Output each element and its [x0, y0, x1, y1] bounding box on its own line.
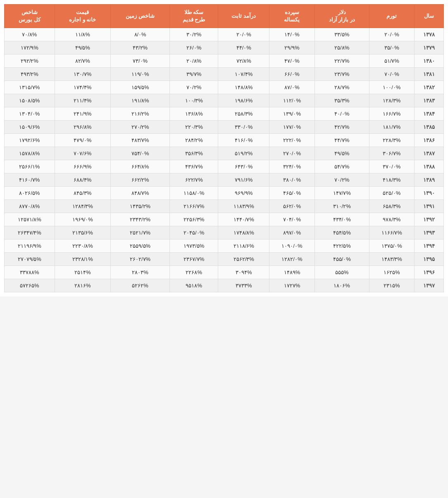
cell-r9-c7: ۷۰۷/۶% [55, 147, 110, 160]
cell-r2-c5: ۲۰/۸% [170, 55, 218, 68]
cell-r0-c0: ۱۳۷۸ [415, 28, 444, 41]
table-header-row: سال تورم دلاردر بازار آزاد سپردهیکساله د… [5, 5, 444, 28]
cell-r16-c2: ۴۲۲/۵% [315, 240, 369, 253]
cell-r2-c8: ۲۹۲/۲% [5, 55, 55, 68]
cell-r7-c5: ۲۲۰/۳% [170, 121, 218, 134]
cell-r10-c3: ۳۲۴/۰% [269, 160, 315, 173]
cell-r15-c8: ۲۶۳۴۷/۴% [5, 226, 55, 240]
cell-r10-c1: ۳۷۰/۰% [369, 160, 414, 173]
cell-r11-c8: ۴۱۶۰/۷% [5, 173, 55, 187]
cell-r14-c5: ۲۲۵۶/۳% [170, 213, 218, 226]
cell-r8-c0: ۱۳۸۶ [415, 134, 444, 147]
cell-r16-c5: ۱۹۷۳/۵% [170, 240, 218, 253]
cell-r7-c4: ۳۳۰/۰% [218, 121, 269, 134]
cell-r17-c6: ۲۶۰۲/۷% [111, 253, 170, 266]
cell-r17-c0: ۱۳۹۵ [415, 253, 444, 266]
cell-r12-c0: ۱۳۹۰ [415, 187, 444, 200]
cell-r15-c5: ۲۰۴۵/۰% [170, 226, 218, 240]
table-row: ۱۳۹۵۱۴۸۳/۳%۴۵۵/۰%۱۲۸۲/۰%۲۵۶۲/۳%۲۳۶۷/۷%۲۶… [5, 253, 444, 266]
cell-r8-c6: ۴۸۳/۷% [111, 134, 170, 147]
cell-r17-c4: ۲۵۶۲/۳% [218, 253, 269, 266]
cell-r19-c5: ۹۵۱۸% [170, 279, 218, 292]
cell-r7-c2: ۴۲/۷% [315, 121, 369, 134]
cell-r8-c8: ۱۷۹۲/۶% [5, 134, 55, 147]
table-row: ۱۳۸۶۲۲۸/۳%۴۴/۷%۲۲۲/۰%۴۱۶/۰%۲۸۴/۲%۴۸۳/۷%۴… [5, 134, 444, 147]
cell-r8-c2: ۴۴/۷% [315, 134, 369, 147]
table-row: ۱۳۸۰۵۱/۷%۲۲/۷%۴۷/۰%۷۲/۸%۲۰/۸%۷۳/۰%۸۲/۷%۲… [5, 55, 444, 68]
cell-r9-c4: ۵۱۹/۲% [218, 147, 269, 160]
cell-r9-c2: ۴۹/۵% [315, 147, 369, 160]
cell-r12-c4: ۹۶۹/۹% [218, 187, 269, 200]
cell-r13-c1: ۶۵۸/۳% [369, 200, 414, 213]
cell-r6-c2: ۴۰/۰% [315, 107, 369, 121]
cell-r3-c3: ۶۶/۰% [269, 68, 315, 81]
main-container: سال تورم دلاردر بازار آزاد سپردهیکساله د… [0, 0, 448, 296]
cell-r18-c0: ۱۳۹۶ [415, 266, 444, 279]
cell-r15-c6: ۲۵۲۱/۷% [111, 226, 170, 240]
cell-r3-c7: ۱۳۰/۷% [55, 68, 110, 81]
cell-r3-c1: ۷۰/۰% [369, 68, 414, 81]
cell-r4-c0: ۱۳۸۲ [415, 81, 444, 94]
cell-r11-c1: ۴۱۸/۳% [369, 173, 414, 187]
cell-r11-c2: ۷۰/۲% [315, 173, 369, 187]
cell-r1-c3: ۲۹/۹% [269, 41, 315, 55]
cell-r5-c3: ۱۱۲/۰% [269, 94, 315, 107]
cell-r19-c2: ۱۸۰۶% [315, 279, 369, 292]
cell-r4-c4: ۱۴۸/۸% [218, 81, 269, 94]
cell-r13-c8: ۸۷۷۰/۸% [5, 200, 55, 213]
cell-r10-c8: ۲۵۶۶/۱% [5, 160, 55, 173]
table-row: ۱۳۹۷۲۳۱۵%۱۸۰۶%۱۷۲۷%۳۷۳۳%۹۵۱۸%۵۲۶۲%۲۸۱۶%۵… [5, 279, 444, 292]
col-header-dollar: دلاردر بازار آزاد [315, 5, 369, 28]
cell-r10-c4: ۶۴۳/۰% [218, 160, 269, 173]
cell-r10-c0: ۱۳۸۸ [415, 160, 444, 173]
cell-r7-c1: ۱۸۱/۷% [369, 121, 414, 134]
cell-r14-c4: ۱۴۴۰/۷% [218, 213, 269, 226]
cell-r9-c6: ۷۵۴/۰% [111, 147, 170, 160]
cell-r7-c3: ۱۷۷/۰% [269, 121, 315, 134]
cell-r18-c3: ۱۴۸۹% [269, 266, 315, 279]
cell-r16-c7: ۲۲۳۰/۸% [55, 240, 110, 253]
cell-r15-c0: ۱۳۹۳ [415, 226, 444, 240]
cell-r11-c4: ۷۹۱/۶% [218, 173, 269, 187]
cell-r4-c5: ۷۰/۲% [170, 81, 218, 94]
cell-r19-c4: ۳۷۳۳% [218, 279, 269, 292]
cell-r15-c4: ۱۷۴۸/۸% [218, 226, 269, 240]
cell-r9-c8: ۱۵۷۸/۸% [5, 147, 55, 160]
cell-r13-c4: ۱۱۸۳/۹% [218, 200, 269, 213]
cell-r6-c5: ۱۳۶/۸% [170, 107, 218, 121]
cell-r9-c5: ۳۵۶/۳% [170, 147, 218, 160]
cell-r15-c2: ۴۵۴/۵% [315, 226, 369, 240]
cell-r7-c7: ۲۹۶/۸% [55, 121, 110, 134]
cell-r6-c3: ۱۳۹/۰% [269, 107, 315, 121]
col-header-ghamat: قیمتخانه و اجاره [55, 5, 110, 28]
cell-r17-c7: ۲۳۲۸/۱% [55, 253, 110, 266]
cell-r8-c3: ۲۲۲/۰% [269, 134, 315, 147]
cell-r5-c1: ۱۲۸/۳% [369, 94, 414, 107]
cell-r12-c7: ۸۴۵/۳% [55, 187, 110, 200]
cell-r1-c7: ۴۹/۵% [55, 41, 110, 55]
cell-r0-c2: ۳۳/۵% [315, 28, 369, 41]
col-header-shakhes-zamin: شاخص زمین [111, 5, 170, 28]
cell-r19-c3: ۱۷۲۷% [269, 279, 315, 292]
cell-r8-c5: ۲۸۴/۲% [170, 134, 218, 147]
table-row: ۱۳۷۸۲۰/۰%۳۳/۵%۱۴/۰%۲۰/۰%۳۰/۲%۸/۰%۱۱/۸%۷۰… [5, 28, 444, 41]
cell-r0-c5: ۳۰/۲% [170, 28, 218, 41]
cell-r10-c5: ۴۳۶/۷% [170, 160, 218, 173]
cell-r16-c8: ۲۱۱۹۶/۹% [5, 240, 55, 253]
cell-r18-c7: ۲۵۱۴% [55, 266, 110, 279]
cell-r2-c4: ۷۲/۸% [218, 55, 269, 68]
cell-r19-c7: ۲۸۱۶% [55, 279, 110, 292]
cell-r0-c3: ۱۴/۰% [269, 28, 315, 41]
cell-r0-c6: ۸/۰% [111, 28, 170, 41]
cell-r10-c2: ۵۴/۷% [315, 160, 369, 173]
cell-r5-c4: ۱۹۸/۶% [218, 94, 269, 107]
table-row: ۱۳۸۲۱۰۰/۰%۲۸/۷%۸۷/۰%۱۴۸/۸%۷۰/۲%۱۵۹/۵%۱۷۴… [5, 81, 444, 94]
cell-r2-c1: ۵۱/۷% [369, 55, 414, 68]
cell-r3-c6: ۱۱۹/۰% [111, 68, 170, 81]
cell-r4-c3: ۸۷/۰% [269, 81, 315, 94]
cell-r1-c2: ۲۵/۸% [315, 41, 369, 55]
cell-r3-c4: ۱۰۷/۴% [218, 68, 269, 81]
table-row: ۱۳۸۸۳۷۰/۰%۵۴/۷%۳۲۴/۰%۶۴۳/۰%۴۳۶/۷%۶۶۴/۸%۶… [5, 160, 444, 173]
cell-r14-c0: ۱۳۹۲ [415, 213, 444, 226]
cell-r11-c6: ۶۶۲/۲% [111, 173, 170, 187]
